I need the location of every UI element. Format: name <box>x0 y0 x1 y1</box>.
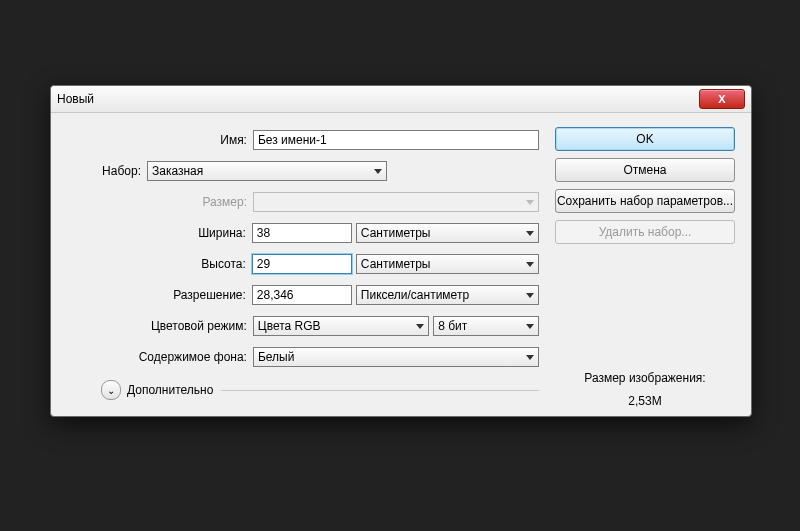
close-icon: X <box>718 93 725 105</box>
image-size-label: Размер изображения: <box>555 367 735 390</box>
advanced-toggle[interactable]: ⌄ <box>101 380 121 400</box>
label-height: Высота: <box>61 257 252 271</box>
color-mode-select[interactable]: Цвета RGB <box>253 316 429 336</box>
label-name: Имя: <box>61 133 253 147</box>
width-unit-value: Сантиметры <box>361 226 431 240</box>
image-size-value: 2,53M <box>555 390 735 413</box>
preset-select[interactable]: Заказная <box>147 161 387 181</box>
titlebar[interactable]: Новый X <box>51 86 751 113</box>
height-unit-select[interactable]: Сантиметры <box>356 254 539 274</box>
chevron-down-icon <box>526 262 534 267</box>
chevron-down-icon <box>416 324 424 329</box>
label-color-mode: Цветовой режим: <box>61 319 253 333</box>
label-resolution: Разрешение: <box>61 288 252 302</box>
chevron-down-icon <box>526 355 534 360</box>
label-preset: Набор: <box>61 164 147 178</box>
chevrons-down-icon: ⌄ <box>107 385 115 396</box>
cancel-button[interactable]: Отмена <box>555 158 735 182</box>
background-value: Белый <box>258 350 294 364</box>
chevron-down-icon <box>374 169 382 174</box>
bit-depth-select[interactable]: 8 бит <box>433 316 539 336</box>
label-size: Размер: <box>61 195 253 209</box>
resolution-unit-select[interactable]: Пиксели/сантиметр <box>356 285 539 305</box>
divider <box>221 390 539 391</box>
delete-preset-button: Удалить набор... <box>555 220 735 244</box>
background-select[interactable]: Белый <box>253 347 539 367</box>
label-width: Ширина: <box>61 226 252 240</box>
height-unit-value: Сантиметры <box>361 257 431 271</box>
save-preset-button[interactable]: Сохранить набор параметров... <box>555 189 735 213</box>
dialog-title: Новый <box>57 92 94 106</box>
color-mode-value: Цвета RGB <box>258 319 321 333</box>
bit-depth-value: 8 бит <box>438 319 467 333</box>
label-background: Содержимое фона: <box>61 350 253 364</box>
name-input[interactable] <box>253 130 539 150</box>
new-document-dialog: Новый X Имя: Набор: Заказная Размер: <box>50 85 752 417</box>
height-input[interactable] <box>252 254 352 274</box>
width-unit-select[interactable]: Сантиметры <box>356 223 539 243</box>
chevron-down-icon <box>526 231 534 236</box>
width-input[interactable] <box>252 223 352 243</box>
resolution-input[interactable] <box>252 285 352 305</box>
chevron-down-icon <box>526 324 534 329</box>
resolution-unit-value: Пиксели/сантиметр <box>361 288 469 302</box>
size-select <box>253 192 539 212</box>
close-button[interactable]: X <box>699 89 745 109</box>
ok-button[interactable]: OK <box>555 127 735 151</box>
chevron-down-icon <box>526 200 534 205</box>
preset-value: Заказная <box>152 164 203 178</box>
label-advanced: Дополнительно <box>127 383 213 397</box>
chevron-down-icon <box>526 293 534 298</box>
